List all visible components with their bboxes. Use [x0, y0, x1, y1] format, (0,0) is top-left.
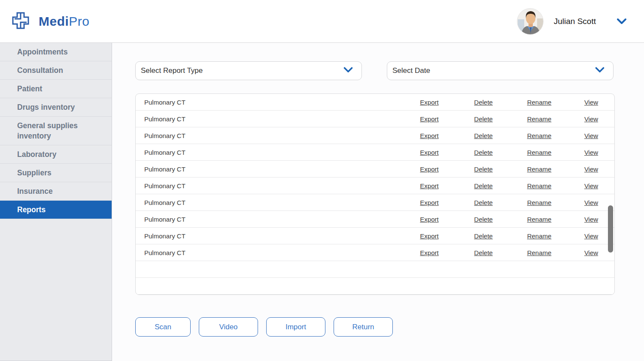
export-link[interactable]: Export [420, 232, 438, 240]
export-link[interactable]: Export [420, 165, 438, 173]
chevron-down-icon[interactable] [617, 18, 627, 24]
date-select[interactable]: Select Date [387, 61, 614, 80]
empty-row [136, 261, 614, 278]
return-button[interactable]: Return [334, 317, 393, 337]
sidebar-item-label: Consultation [17, 66, 63, 75]
table-row: Pulmonary CT Export Delete Rename View [136, 127, 614, 144]
report-type-select-value: Select Report Type [141, 66, 203, 75]
logo-pro: Pro [69, 14, 89, 28]
report-name: Pulmonary CT [144, 182, 402, 190]
logo-medi: Medi [39, 14, 69, 28]
delete-link[interactable]: Delete [474, 115, 492, 123]
view-link[interactable]: View [584, 149, 598, 156]
sidebar-item[interactable]: Drugs inventory [0, 98, 112, 117]
report-name: Pulmonary CT [144, 199, 402, 206]
report-type-select[interactable]: Select Report Type [135, 61, 362, 80]
export-link[interactable]: Export [420, 182, 438, 190]
sidebar-item[interactable]: General supplies inventory [0, 117, 112, 145]
table-row: Pulmonary CT Export Delete Rename View [136, 111, 614, 127]
delete-link[interactable]: Delete [474, 232, 492, 240]
export-link[interactable]: Export [420, 132, 438, 139]
filter-bar: Select Report Type Select Date [135, 61, 644, 80]
video-button[interactable]: Video [199, 317, 258, 337]
rename-link[interactable]: Rename [527, 99, 552, 106]
delete-link[interactable]: Delete [474, 216, 492, 223]
rename-link[interactable]: Rename [527, 149, 552, 156]
report-name: Pulmonary CT [144, 165, 402, 173]
user-name: Julian Scott [554, 17, 596, 26]
view-link[interactable]: View [584, 115, 598, 123]
export-link[interactable]: Export [420, 199, 438, 206]
delete-link[interactable]: Delete [474, 199, 492, 206]
medical-cross-icon [9, 9, 32, 33]
rename-link[interactable]: Rename [527, 249, 552, 256]
report-name: Pulmonary CT [144, 249, 402, 256]
sidebar-item-label: Insurance [17, 187, 53, 196]
view-link[interactable]: View [584, 182, 598, 190]
reports-table-rows: Pulmonary CT Export Delete Rename View P… [136, 94, 614, 261]
rename-link[interactable]: Rename [527, 232, 552, 240]
report-name: Pulmonary CT [144, 149, 402, 156]
table-row: Pulmonary CT Export Delete Rename View [136, 228, 614, 244]
export-link[interactable]: Export [420, 249, 438, 256]
table-row: Pulmonary CT Export Delete Rename View [136, 161, 614, 177]
export-link[interactable]: Export [420, 216, 438, 223]
sidebar-item[interactable]: Reports [0, 201, 112, 219]
empty-row [136, 278, 614, 295]
sidebar-item[interactable]: Appointments [0, 43, 112, 61]
view-link[interactable]: View [584, 165, 598, 173]
rename-link[interactable]: Rename [527, 216, 552, 223]
rename-link[interactable]: Rename [527, 115, 552, 123]
view-link[interactable]: View [584, 99, 598, 106]
action-button-bar: Scan Video Import Return [135, 317, 644, 337]
sidebar-item[interactable]: Consultation [0, 61, 112, 80]
view-link[interactable]: View [584, 199, 598, 206]
view-link[interactable]: View [584, 232, 598, 240]
sidebar-item[interactable]: Laboratory [0, 145, 112, 164]
report-name: Pulmonary CT [144, 232, 402, 240]
sidebar-item[interactable]: Insurance [0, 182, 112, 201]
sidebar-item-label: Laboratory [17, 150, 56, 159]
delete-link[interactable]: Delete [474, 99, 492, 106]
rename-link[interactable]: Rename [527, 132, 552, 139]
export-link[interactable]: Export [420, 115, 438, 123]
delete-link[interactable]: Delete [474, 249, 492, 256]
table-row: Pulmonary CT Export Delete Rename View [136, 94, 614, 111]
report-name: Pulmonary CT [144, 132, 402, 139]
table-scrollbar-thumb[interactable] [608, 205, 613, 253]
delete-link[interactable]: Delete [474, 132, 492, 139]
reports-table: Pulmonary CT Export Delete Rename View P… [135, 93, 615, 295]
rename-link[interactable]: Rename [527, 165, 552, 173]
sidebar-item-label: Drugs inventory [17, 103, 75, 111]
chevron-down-icon [343, 66, 353, 75]
table-row: Pulmonary CT Export Delete Rename View [136, 144, 614, 161]
sidebar-nav: Appointments Consultation Patient Drugs … [0, 43, 112, 361]
delete-link[interactable]: Delete [474, 165, 492, 173]
chevron-down-icon [595, 66, 605, 75]
view-link[interactable]: View [584, 132, 598, 139]
view-link[interactable]: View [584, 216, 598, 223]
sidebar-item-label: Appointments [17, 48, 68, 56]
sidebar-item-label: Reports [17, 205, 46, 214]
app-logo: MediPro [9, 9, 90, 33]
delete-link[interactable]: Delete [474, 182, 492, 190]
sidebar-item[interactable]: Patient [0, 80, 112, 98]
rename-link[interactable]: Rename [527, 182, 552, 190]
main-content: Select Report Type Select Date [112, 43, 644, 361]
export-link[interactable]: Export [420, 99, 438, 106]
export-link[interactable]: Export [420, 149, 438, 156]
rename-link[interactable]: Rename [527, 199, 552, 206]
scan-button[interactable]: Scan [135, 317, 191, 337]
sidebar-item[interactable]: Suppliers [0, 164, 112, 182]
user-menu[interactable]: Julian Scott [517, 8, 627, 35]
app-header: MediPro Julian Scott [0, 0, 644, 43]
report-name: Pulmonary CT [144, 99, 402, 106]
table-row: Pulmonary CT Export Delete Rename View [136, 177, 614, 194]
view-link[interactable]: View [584, 249, 598, 256]
sidebar-item-label: Patient [17, 84, 42, 93]
delete-link[interactable]: Delete [474, 149, 492, 156]
import-button[interactable]: Import [266, 317, 325, 337]
user-avatar[interactable] [517, 8, 544, 35]
app-title: MediPro [39, 14, 90, 29]
table-row: Pulmonary CT Export Delete Rename View [136, 194, 614, 211]
